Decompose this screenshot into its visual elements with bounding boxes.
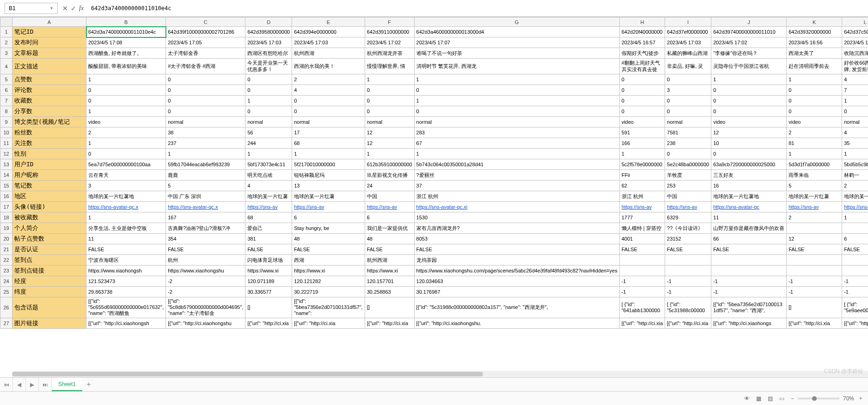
cell[interactable]: 1 xyxy=(787,149,842,159)
cell[interactable]: 1 xyxy=(245,96,292,106)
cell[interactable]: 羊牧度 xyxy=(665,170,711,181)
cell[interactable]: -1 xyxy=(619,276,665,287)
cell[interactable]: 0 xyxy=(166,96,245,106)
cell[interactable]: 2023/4/5 16:57 xyxy=(842,37,868,48)
cell[interactable]: 地球的某一片红薯 xyxy=(787,191,842,202)
cell[interactable]: 0 xyxy=(665,74,711,85)
cell[interactable]: 120.034663 xyxy=(414,276,619,287)
cell[interactable]: 爱自己 xyxy=(245,223,292,234)
row-header[interactable]: 10 xyxy=(0,127,12,138)
column-header[interactable]: K xyxy=(787,18,842,27)
cell[interactable]: 120.121282 xyxy=(292,276,365,287)
cell[interactable]: 5d3d1f7a0000000 xyxy=(787,159,842,170)
cell[interactable]: 林鹤一 xyxy=(842,170,868,181)
cell[interactable]: 0 xyxy=(711,149,787,159)
row-label-cell[interactable]: 关注数 xyxy=(12,138,86,149)
row-label-cell[interactable]: 评论数 xyxy=(12,85,86,96)
cell[interactable]: 66 xyxy=(711,234,787,244)
row-header[interactable]: 2 xyxy=(0,37,12,48)
cell[interactable]: https://sns-av xyxy=(787,202,842,212)
row-header[interactable]: 14 xyxy=(0,170,12,181)
cell[interactable]: https://sns-avatar-qc xyxy=(711,202,787,212)
cell[interactable]: 48 xyxy=(292,234,365,244)
row-header[interactable]: 1 xyxy=(0,27,12,37)
cell[interactable]: normal xyxy=(166,117,245,127)
cell[interactable]: 0 xyxy=(365,85,414,96)
cell[interactable]: normal xyxy=(665,117,711,127)
cell[interactable]: 3 xyxy=(86,181,166,191)
cell[interactable]: 太子湾郁金香 xyxy=(166,48,245,59)
cell[interactable]: [{"id": "5c655d690000000000e017632", "na… xyxy=(86,297,166,318)
zoom-control[interactable]: − 70% ＋ xyxy=(791,394,863,402)
cell[interactable]: 120.157701 xyxy=(365,276,414,287)
cell[interactable]: 5c2f578e0000000 xyxy=(619,159,665,170)
cell[interactable] xyxy=(787,255,842,266)
cell[interactable]: FALSE xyxy=(711,244,787,255)
cell[interactable]: 2 xyxy=(292,74,365,85)
cell[interactable] xyxy=(787,223,842,234)
row-header[interactable]: 17 xyxy=(0,202,12,212)
cell[interactable]: 253 xyxy=(665,181,711,191)
cell[interactable]: 12 xyxy=(365,127,414,138)
cell[interactable]: 谁喝了不说一句好茶 xyxy=(414,48,619,59)
cell[interactable]: 30.336577 xyxy=(245,287,292,297)
accept-icon[interactable]: ✓ xyxy=(71,5,76,12)
cell[interactable]: 2023/4/5 17:02 xyxy=(711,37,787,48)
cell[interactable]: -1 xyxy=(665,276,711,287)
cell[interactable]: 家有几亩西湖龙井? xyxy=(414,223,619,234)
cell[interactable]: -1 xyxy=(842,287,868,297)
cell[interactable]: 0 xyxy=(86,85,166,96)
cell[interactable]: 1 xyxy=(414,74,619,85)
row-label-cell[interactable]: 纬度 xyxy=(12,287,86,297)
cell[interactable]: 2023/4/5 16:57 xyxy=(619,37,665,48)
cell[interactable]: 0 xyxy=(245,85,292,96)
cell[interactable]: #翻翻上周好天气 其实没有真去徒 xyxy=(619,59,665,74)
cell[interactable]: Stay hungry, be xyxy=(292,223,365,234)
cell[interactable]: 闪电体育足球场 xyxy=(245,255,292,266)
cell[interactable]: 地球的某一片红薯地 xyxy=(86,191,166,202)
column-header[interactable]: C xyxy=(166,18,245,27)
cell[interactable]: 2 xyxy=(787,127,842,138)
row-header[interactable]: 26 xyxy=(0,297,12,318)
cell[interactable]: 642d394e0000000 xyxy=(292,27,365,37)
cell[interactable]: https://sns-av xyxy=(619,202,665,212)
cell[interactable]: 4 xyxy=(245,181,292,191)
row-label-cell[interactable]: 经度 xyxy=(12,276,86,287)
cell[interactable]: [{"url": "http://ci.xiaohongsh xyxy=(86,318,166,328)
cell[interactable]: [] xyxy=(245,297,292,318)
cell[interactable]: 1 xyxy=(86,138,166,149)
cell[interactable]: video xyxy=(86,117,166,127)
cell[interactable]: video xyxy=(619,117,665,127)
cell[interactable]: 1 xyxy=(787,74,842,85)
cell[interactable]: 6 xyxy=(842,234,868,244)
cell[interactable]: 63a9cb7200000000025000 xyxy=(711,159,787,170)
row-header[interactable]: 16 xyxy=(0,191,12,202)
cell[interactable]: FALSE xyxy=(842,244,868,255)
cell[interactable]: 地球的某一片红薯 xyxy=(245,191,292,202)
row-header[interactable]: 7 xyxy=(0,96,12,106)
row-header[interactable]: 18 xyxy=(0,212,12,223)
row-header[interactable]: 15 xyxy=(0,181,12,191)
cell[interactable]: 云在青天 xyxy=(86,170,166,181)
cell[interactable]: 1 xyxy=(245,149,292,159)
cell[interactable]: [{"url": "http://ci.xia xyxy=(619,318,665,328)
cell[interactable]: 鹿鹿 xyxy=(166,170,245,181)
cell[interactable]: 11 xyxy=(711,212,787,223)
zoom-out-icon[interactable]: − xyxy=(791,395,794,402)
row-header[interactable]: 22 xyxy=(0,255,12,266)
cell[interactable]: normal xyxy=(245,117,292,127)
cell[interactable]: [{"id": "5c31988c000000000802a157", "nam… xyxy=(414,297,619,318)
cell[interactable]: 10 xyxy=(711,138,787,149)
cell[interactable]: 中国 xyxy=(665,191,711,202)
cell[interactable]: 283 xyxy=(414,127,619,138)
column-header[interactable]: B xyxy=(86,18,166,27)
row-header[interactable]: 27 xyxy=(0,318,12,328)
cell[interactable]: 68 xyxy=(245,212,292,223)
cell[interactable]: 5 xyxy=(166,181,245,191)
cell[interactable]: FALSE xyxy=(86,244,166,255)
row-header[interactable]: 21 xyxy=(0,244,12,255)
cell[interactable]: 0 xyxy=(787,85,842,96)
zoom-in-icon[interactable]: ＋ xyxy=(858,394,863,402)
cell[interactable]: -1 xyxy=(665,287,711,297)
cell[interactable] xyxy=(711,255,787,266)
